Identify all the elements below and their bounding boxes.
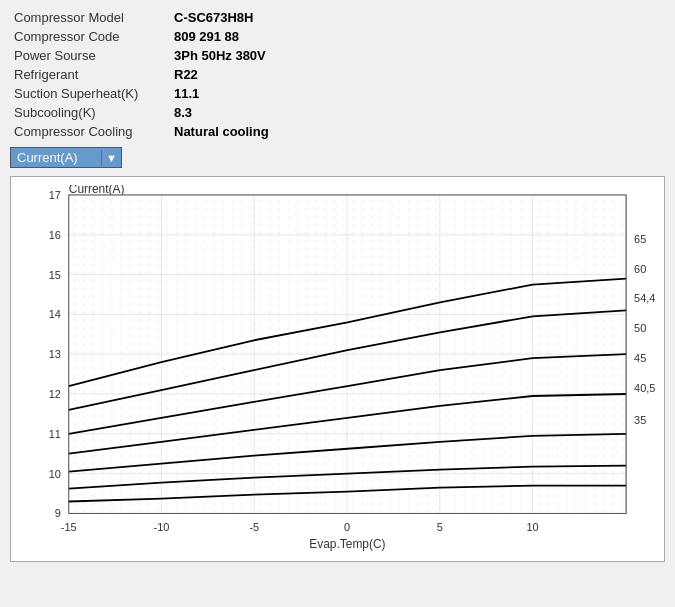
y-tick-12: 12	[49, 388, 61, 400]
x-tick-n15: -15	[61, 521, 77, 533]
y-tick-10: 10	[49, 468, 61, 480]
dropdown-container: Current(A) ▼	[10, 147, 665, 168]
x-tick-10: 10	[526, 521, 538, 533]
refrigerant-row: Refrigerant R22	[10, 65, 665, 84]
compressor-model-row: Compressor Model C-SC673H8H	[10, 8, 665, 27]
main-container: Compressor Model C-SC673H8H Compressor C…	[0, 0, 675, 570]
power-source-label: Power Sourse	[10, 46, 170, 65]
compressor-code-label: Compressor Code	[10, 27, 170, 46]
right-label-35: 35	[634, 414, 646, 426]
suction-superheat-value: 11.1	[170, 84, 665, 103]
subcooling-value: 8.3	[170, 103, 665, 122]
y-axis-label: Current(A)	[69, 185, 125, 196]
subcooling-label: Subcooling(K)	[10, 103, 170, 122]
x-axis-label: Evap.Temp(C)	[309, 537, 385, 551]
y-tick-15: 15	[49, 269, 61, 281]
compressor-cooling-row: Compressor Cooling Natural cooling	[10, 122, 665, 141]
power-source-value: 3Ph 50Hz 380V	[170, 46, 665, 65]
compressor-model-value: C-SC673H8H	[170, 8, 665, 27]
chart-container: Current(A) 17 16 15 14 13 1	[10, 176, 665, 562]
y-tick-13: 13	[49, 348, 61, 360]
y-tick-17: 17	[49, 189, 61, 201]
power-source-row: Power Sourse 3Ph 50Hz 380V	[10, 46, 665, 65]
chart-svg: Current(A) 17 16 15 14 13 1	[19, 185, 656, 553]
y-tick-9: 9	[55, 507, 61, 519]
y-tick-16: 16	[49, 229, 61, 241]
chevron-down-icon[interactable]: ▼	[101, 150, 121, 166]
suction-superheat-row: Suction Superheat(K) 11.1	[10, 84, 665, 103]
y-tick-14: 14	[49, 308, 61, 320]
compressor-cooling-value: Natural cooling	[170, 122, 665, 141]
right-label-50: 50	[634, 322, 646, 334]
y-tick-11: 11	[49, 428, 61, 440]
x-tick-n5: -5	[249, 521, 259, 533]
right-label-65: 65	[634, 233, 646, 245]
subcooling-row: Subcooling(K) 8.3	[10, 103, 665, 122]
x-tick-5: 5	[437, 521, 443, 533]
right-label-405: 40,5	[634, 382, 655, 394]
dropdown-label: Current(A)	[11, 148, 101, 167]
dropdown-wrapper[interactable]: Current(A) ▼	[10, 147, 122, 168]
right-label-544: 54,4	[634, 292, 655, 304]
right-label-60: 60	[634, 263, 646, 275]
x-tick-n10: -10	[154, 521, 170, 533]
compressor-code-row: Compressor Code 809 291 88	[10, 27, 665, 46]
x-tick-0: 0	[344, 521, 350, 533]
compressor-cooling-label: Compressor Cooling	[10, 122, 170, 141]
compressor-code-value: 809 291 88	[170, 27, 665, 46]
refrigerant-label: Refrigerant	[10, 65, 170, 84]
compressor-model-label: Compressor Model	[10, 8, 170, 27]
suction-superheat-label: Suction Superheat(K)	[10, 84, 170, 103]
info-table: Compressor Model C-SC673H8H Compressor C…	[10, 8, 665, 141]
refrigerant-value: R22	[170, 65, 665, 84]
right-label-45: 45	[634, 352, 646, 364]
